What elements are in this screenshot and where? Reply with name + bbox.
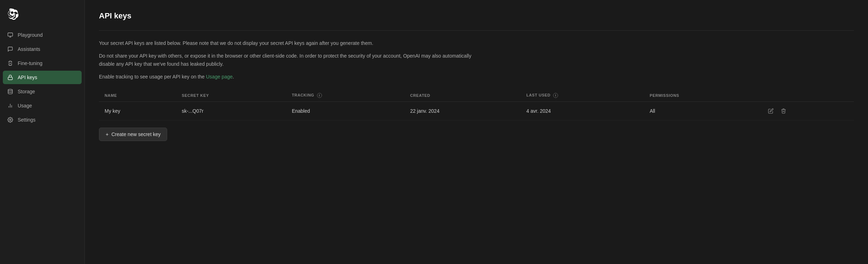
info-text-2: Do not share your API key with others, o…	[99, 52, 488, 68]
sidebar-item-storage[interactable]: Storage	[3, 85, 82, 98]
assistants-icon	[7, 46, 13, 52]
main-content: API keys Your secret API keys are listed…	[85, 0, 868, 264]
col-actions-header	[761, 89, 854, 102]
sidebar-item-assistants[interactable]: Assistants	[3, 42, 82, 56]
col-secret-key-header: SECRET KEY	[176, 89, 286, 102]
row-actions	[767, 107, 848, 115]
sidebar-item-api-keys[interactable]: API keys	[3, 71, 82, 84]
svg-point-5	[8, 89, 12, 90]
permissions-cell: All	[644, 101, 761, 120]
settings-icon	[7, 117, 13, 123]
api-keys-table: NAME SECRET KEY TRACKING i CREATED LAST …	[99, 89, 854, 121]
col-last-used-header: LAST USED i	[521, 89, 644, 102]
info-text-3-prefix: Enable tracking to see usage per API key…	[99, 74, 206, 80]
key-name-cell: My key	[99, 101, 176, 120]
sidebar-item-label: Fine-tuning	[18, 60, 42, 66]
last-used-info-icon[interactable]: i	[553, 93, 558, 98]
monitor-icon	[7, 32, 13, 38]
info-text-3-suffix: .	[233, 74, 234, 80]
delete-key-button[interactable]	[779, 107, 788, 115]
edit-key-button[interactable]	[767, 107, 775, 115]
logo	[0, 6, 84, 28]
sidebar-item-label: Usage	[18, 103, 32, 108]
sidebar-navigation: Playground Assistants Fine-tuning	[0, 28, 84, 127]
table-header: NAME SECRET KEY TRACKING i CREATED LAST …	[99, 89, 854, 102]
created-cell: 22 janv. 2024	[404, 101, 521, 120]
trash-icon	[781, 108, 786, 114]
edit-icon	[768, 108, 774, 114]
sidebar-item-usage[interactable]: Usage	[3, 99, 82, 112]
table-row: My key sk-...Q07r Enabled 22 janv. 2024 …	[99, 101, 854, 120]
page-title: API keys	[99, 11, 854, 20]
sidebar-item-playground[interactable]: Playground	[3, 28, 82, 42]
sidebar-item-label: Storage	[18, 89, 35, 94]
sidebar-item-fine-tuning[interactable]: Fine-tuning	[3, 57, 82, 70]
col-tracking-header: TRACKING i	[286, 89, 405, 102]
col-name-header: NAME	[99, 89, 176, 102]
last-used-cell: 4 avr. 2024	[521, 101, 644, 120]
sidebar-item-label: Settings	[18, 117, 36, 123]
openai-logo-icon	[7, 8, 18, 20]
usage-page-link[interactable]: Usage page	[206, 74, 233, 80]
storage-icon	[7, 88, 13, 95]
fine-tuning-icon	[7, 60, 13, 66]
api-keys-icon	[7, 74, 13, 81]
tracking-label: TRACKING	[292, 93, 314, 97]
create-btn-plus: +	[106, 131, 108, 137]
sidebar: Playground Assistants Fine-tuning	[0, 0, 85, 264]
tracking-info-icon[interactable]: i	[317, 93, 322, 98]
sidebar-item-label: Playground	[18, 32, 43, 38]
svg-rect-0	[8, 33, 12, 36]
api-keys-table-container: NAME SECRET KEY TRACKING i CREATED LAST …	[99, 89, 854, 121]
secret-key-cell: sk-...Q07r	[176, 101, 286, 120]
sidebar-item-settings[interactable]: Settings	[3, 113, 82, 127]
info-text-3: Enable tracking to see usage per API key…	[99, 73, 488, 81]
sidebar-item-label: Assistants	[18, 46, 40, 52]
create-btn-label: Create new secret key	[111, 131, 160, 137]
tracking-cell: Enabled	[286, 101, 405, 120]
sidebar-item-label: API keys	[18, 75, 37, 80]
svg-point-9	[10, 119, 11, 121]
last-used-label: LAST USED	[526, 93, 550, 97]
usage-icon	[7, 102, 13, 109]
svg-rect-4	[8, 77, 12, 80]
create-new-secret-key-button[interactable]: + Create new secret key	[99, 128, 167, 141]
info-text-1: Your secret API keys are listed below. P…	[99, 39, 488, 47]
col-created-header: CREATED	[404, 89, 521, 102]
table-body: My key sk-...Q07r Enabled 22 janv. 2024 …	[99, 101, 854, 120]
col-permissions-header: PERMISSIONS	[644, 89, 761, 102]
title-divider	[99, 30, 854, 31]
actions-cell	[761, 101, 854, 120]
